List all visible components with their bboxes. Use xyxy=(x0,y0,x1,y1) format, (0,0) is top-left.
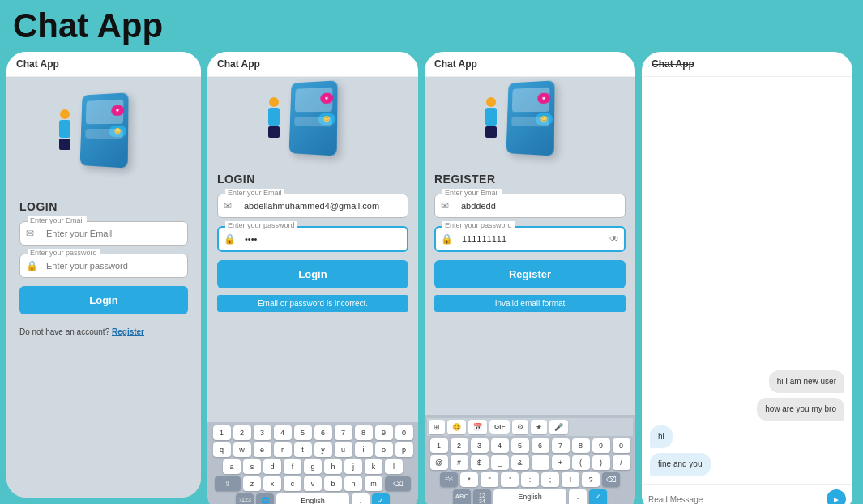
key-t[interactable]: t xyxy=(294,442,312,457)
key3-3[interactable]: 3 xyxy=(471,438,489,453)
key3-amp[interactable]: & xyxy=(511,455,529,470)
key-o[interactable]: o xyxy=(375,442,393,457)
key-2[interactable]: 2 xyxy=(233,425,251,440)
key3-hash[interactable]: # xyxy=(451,455,468,470)
key-p[interactable]: p xyxy=(395,442,413,457)
key-backspace[interactable]: ⌫ xyxy=(385,476,411,491)
key-a[interactable]: a xyxy=(223,459,241,474)
key-r[interactable]: r xyxy=(274,442,292,457)
key-shift[interactable]: ⇧ xyxy=(215,476,241,491)
key3-minus[interactable]: - xyxy=(532,455,549,470)
key-period[interactable]: . xyxy=(352,493,370,504)
key-b[interactable]: b xyxy=(324,476,342,491)
screen2-email-group[interactable]: Enter your Email ✉ xyxy=(217,194,408,218)
key3-5[interactable]: 5 xyxy=(511,438,529,453)
key3-lpar[interactable]: ( xyxy=(572,455,590,470)
key-h[interactable]: h xyxy=(324,459,342,474)
key-k[interactable]: k xyxy=(365,459,382,474)
key-9[interactable]: 9 xyxy=(375,425,393,440)
key3-plus[interactable]: + xyxy=(552,455,570,470)
key-f[interactable]: f xyxy=(284,459,301,474)
key-7[interactable]: 7 xyxy=(335,425,352,440)
screen1-email-input[interactable] xyxy=(19,221,188,246)
key3-star[interactable]: * xyxy=(460,472,478,487)
key3-num[interactable]: 1234 xyxy=(473,489,491,504)
key3-squote[interactable]: ' xyxy=(501,472,519,487)
key3-backspace[interactable]: ⌫ xyxy=(602,472,620,487)
screen3-password-input[interactable] xyxy=(434,226,626,252)
key3-abc[interactable]: ABC xyxy=(453,489,471,504)
chat-message-input[interactable] xyxy=(648,495,822,504)
key-x[interactable]: x xyxy=(263,476,281,491)
key-j[interactable]: j xyxy=(344,459,362,474)
key-space[interactable]: English xyxy=(276,493,349,504)
key3-eqslash[interactable]: =\< xyxy=(440,472,458,487)
key3-0[interactable]: 0 xyxy=(613,438,630,453)
key-q[interactable]: q xyxy=(213,442,231,457)
key-m[interactable]: m xyxy=(365,476,382,491)
key3-at[interactable]: @ xyxy=(430,455,448,470)
screen2-email-input[interactable] xyxy=(217,194,408,218)
screen1-password-input[interactable] xyxy=(19,254,188,278)
key-e[interactable]: e xyxy=(254,442,271,457)
toolbar-calendar[interactable]: 📅 xyxy=(468,420,487,434)
key3-8[interactable]: 8 xyxy=(572,438,590,453)
key3-semi[interactable]: ; xyxy=(541,472,559,487)
key-5[interactable]: 5 xyxy=(294,425,312,440)
key-g[interactable]: g xyxy=(304,459,322,474)
key3-2[interactable]: 2 xyxy=(451,438,468,453)
key-w[interactable]: w xyxy=(233,442,251,457)
eye-icon[interactable]: 👁 xyxy=(609,233,619,245)
key-c[interactable]: c xyxy=(284,476,301,491)
key3-quest[interactable]: ? xyxy=(582,472,600,487)
key-globe[interactable]: 🌐 xyxy=(256,493,274,504)
key3-period[interactable]: . xyxy=(569,489,587,504)
send-button[interactable]: ► xyxy=(827,489,846,504)
key3-under[interactable]: _ xyxy=(491,455,509,470)
key3-excl[interactable]: ! xyxy=(562,472,579,487)
screen1-email-group[interactable]: Enter your Email ✉ xyxy=(19,221,188,246)
toolbar-gif[interactable]: GIF xyxy=(489,420,510,434)
key-1[interactable]: 1 xyxy=(213,425,231,440)
screen3-register-button[interactable]: Register xyxy=(434,260,626,288)
key3-rpar[interactable]: ) xyxy=(592,455,610,470)
key-z[interactable]: z xyxy=(243,476,261,491)
screen1-login-button[interactable]: Login xyxy=(19,286,188,314)
key3-4[interactable]: 4 xyxy=(491,438,509,453)
key-4[interactable]: 4 xyxy=(274,425,292,440)
toolbar-grid[interactable]: ⊞ xyxy=(429,420,445,434)
key3-1[interactable]: 1 xyxy=(430,438,448,453)
key-6[interactable]: 6 xyxy=(314,425,332,440)
screen3-email-input[interactable] xyxy=(434,194,626,218)
key-num[interactable]: ?123 xyxy=(236,493,254,504)
toolbar-settings[interactable]: ⚙ xyxy=(512,420,528,434)
key3-colon[interactable]: : xyxy=(521,472,539,487)
toolbar-star[interactable]: ★ xyxy=(531,420,547,434)
key3-dollar[interactable]: $ xyxy=(471,455,489,470)
screen1-password-group[interactable]: Enter your password 🔒 xyxy=(19,254,188,278)
key-d[interactable]: d xyxy=(263,459,281,474)
screen3-password-group[interactable]: Enter your password 🔒 👁 xyxy=(434,226,626,252)
key-done[interactable]: ✓ xyxy=(372,493,390,504)
key-u[interactable]: u xyxy=(335,442,352,457)
key-s[interactable]: s xyxy=(243,459,261,474)
key-8[interactable]: 8 xyxy=(355,425,373,440)
key-y[interactable]: y xyxy=(314,442,332,457)
key-0[interactable]: 0 xyxy=(395,425,413,440)
screen2-password-input[interactable] xyxy=(217,226,408,252)
key3-7[interactable]: 7 xyxy=(552,438,570,453)
screen2-login-button[interactable]: Login xyxy=(217,260,408,288)
toolbar-emoji[interactable]: 😊 xyxy=(447,420,466,434)
screen1-register-link[interactable]: Register xyxy=(112,327,144,336)
key3-slash[interactable]: / xyxy=(613,455,630,470)
key-3[interactable]: 3 xyxy=(254,425,271,440)
screen3-email-group[interactable]: Enter your Email ✉ xyxy=(434,194,626,218)
key-v[interactable]: v xyxy=(304,476,322,491)
toolbar-mic[interactable]: 🎤 xyxy=(549,420,568,434)
key3-9[interactable]: 9 xyxy=(592,438,610,453)
key3-6[interactable]: 6 xyxy=(532,438,549,453)
key-l[interactable]: l xyxy=(385,459,403,474)
key3-dquote[interactable]: " xyxy=(481,472,498,487)
key3-done[interactable]: ✓ xyxy=(589,489,607,504)
key-n[interactable]: n xyxy=(344,476,362,491)
